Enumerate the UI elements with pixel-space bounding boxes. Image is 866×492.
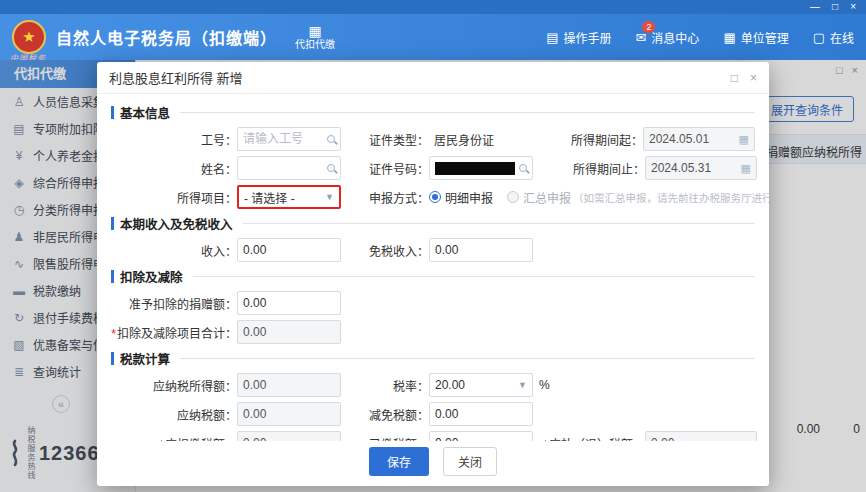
section-divider — [180, 112, 755, 113]
chat-icon: ▢ — [813, 30, 825, 45]
emblem-star-icon: ★ — [22, 28, 35, 46]
building-icon: ▦ — [723, 30, 735, 45]
section-bar — [111, 270, 114, 283]
dialog-close-icon[interactable]: × — [750, 71, 757, 85]
section-deductions: 扣除及减除 — [111, 267, 755, 286]
tax-free-income-label: 免税收入： — [349, 242, 429, 259]
section-bar — [111, 352, 114, 365]
donation-field[interactable] — [243, 296, 335, 310]
job-no-field[interactable] — [243, 132, 323, 146]
chevron-down-icon: ▼ — [325, 192, 334, 202]
section-divider — [243, 223, 755, 224]
tax-amount-label: 应纳税额： — [111, 406, 237, 423]
deduct-total-label: *扣除及减除项目合计： — [111, 324, 237, 341]
detail-declare-label[interactable]: 明细申报 — [445, 189, 493, 206]
search-icon[interactable] — [327, 164, 335, 172]
rate-unit-label: % — [539, 378, 550, 392]
taxable-income-input: 0.00 — [237, 373, 341, 397]
dialog-expand-button[interactable]: □ — [731, 71, 738, 85]
detail-declare-radio[interactable] — [429, 191, 441, 203]
section-title: 基本信息 — [120, 103, 170, 122]
donation-input[interactable] — [237, 291, 341, 315]
section-bar — [111, 217, 114, 230]
modal-overlay: 利息股息红利所得 新增 □ × 基本信息 工号： — [0, 60, 866, 492]
income-item-select[interactable]: - 请选择 - ▼ — [237, 185, 341, 209]
paid-tax-input[interactable] — [429, 431, 533, 441]
name-input[interactable] — [237, 156, 341, 180]
tab-withholding[interactable]: ▦ 代扣代缴 — [295, 23, 335, 52]
message-count-badge: 2 — [642, 21, 655, 33]
taxable-income-label: 应纳税所得额： — [111, 377, 237, 394]
income-field[interactable] — [243, 243, 335, 257]
window-restore-button[interactable]: □ — [832, 2, 838, 12]
taxable-income-value: 0.00 — [243, 378, 266, 392]
briefcase-icon: ▦ — [308, 23, 321, 40]
online-status-button[interactable]: ▢ 在线 — [813, 29, 854, 46]
section-divider — [180, 358, 755, 359]
name-label: 姓名： — [111, 160, 237, 177]
job-no-input[interactable] — [237, 127, 341, 151]
tax-free-income-input[interactable] — [429, 238, 533, 262]
income-input[interactable] — [237, 238, 341, 262]
calendar-icon[interactable]: ▦ — [739, 134, 749, 145]
close-button[interactable]: 关闭 — [443, 447, 497, 476]
cert-type-value: 居民身份证 — [429, 131, 494, 148]
message-center-button[interactable]: ✉ 2 消息中心 — [635, 29, 699, 46]
header-actions: ▤ 操作手册 ✉ 2 消息中心 ▦ 单位管理 ▢ 在线 — [546, 29, 854, 46]
period-start-value: 2024.05.01 — [649, 132, 709, 146]
window-close-button[interactable]: × — [850, 2, 856, 12]
period-start-label: 所得期间起： — [539, 131, 643, 148]
tax-rate-label: 税率： — [349, 377, 429, 394]
deduct-total-value: 0.00 — [243, 325, 266, 339]
app-body: 代扣代缴 ♙ 人员信息采集 ▤ 专项附加扣除信息采集 ¥ 个人养老金扣除信息 ◈… — [0, 60, 866, 492]
tax-rate-value: 20.00 — [435, 378, 465, 392]
app-title: 自然人电子税务局（扣缴端） — [56, 25, 277, 49]
tax-rate-select[interactable]: 20.00 ▼ — [429, 373, 533, 397]
withhold-tax-input: 0.00 — [237, 431, 341, 441]
name-field[interactable] — [243, 161, 323, 175]
manual-button[interactable]: ▤ 操作手册 — [546, 29, 611, 46]
cert-type-label: 证件类型： — [349, 131, 429, 148]
tax-reduction-input[interactable] — [429, 402, 533, 426]
chevron-down-icon: ▼ — [518, 380, 527, 390]
deduct-total-input: 0.00 — [237, 320, 341, 344]
dialog-titlebar: 利息股息红利所得 新增 □ × — [97, 62, 769, 94]
unit-management-button[interactable]: ▦ 单位管理 — [723, 29, 788, 46]
window-minimize-button[interactable]: — — [810, 2, 820, 12]
summary-declare-radio[interactable] — [507, 191, 519, 203]
period-end-input[interactable]: 2024.05.31 ▦ — [645, 156, 757, 180]
search-icon[interactable] — [519, 164, 527, 172]
manual-label: 操作手册 — [563, 29, 611, 46]
dialog-body: 基本信息 工号： 证件类型： 居民身份 — [97, 94, 769, 441]
period-end-value: 2024.05.31 — [651, 161, 711, 175]
summary-declare-hint: （如需汇总申报，请先前往办税服务厅进行开通） — [573, 190, 769, 205]
tax-amount-value: 0.00 — [243, 407, 266, 421]
calendar-icon[interactable]: ▦ — [741, 163, 751, 174]
cert-no-label: 证件号码： — [349, 160, 429, 177]
app-header: ★ 中国税务 自然人电子税务局（扣缴端） ▦ 代扣代缴 ▤ 操作手册 ✉ 2 消… — [0, 14, 866, 60]
section-title: 本期收入及免税收入 — [120, 214, 233, 233]
dialog-interest-dividend-income-new: 利息股息红利所得 新增 □ × 基本信息 工号： — [97, 62, 769, 486]
income-label: 收入： — [111, 242, 237, 259]
required-mark: * — [111, 327, 116, 341]
cert-no-redaction — [435, 162, 515, 175]
search-icon[interactable] — [327, 135, 335, 143]
message-center-label: 消息中心 — [651, 29, 699, 46]
document-icon: ▤ — [546, 30, 558, 45]
unit-management-label: 单位管理 — [741, 29, 789, 46]
declare-mode-label: 申报方式： — [349, 189, 429, 206]
tax-free-income-field[interactable] — [435, 243, 527, 257]
section-title: 扣除及减除 — [120, 267, 183, 286]
income-item-value: - 请选择 - — [244, 189, 295, 206]
refund-tax-input: 0.00 — [645, 431, 757, 441]
cert-no-input[interactable] — [429, 156, 533, 180]
section-bar — [111, 106, 114, 119]
section-basic-info: 基本信息 — [111, 103, 755, 122]
period-start-input[interactable]: 2024.05.01 ▦ — [643, 127, 755, 151]
donation-label: 准予扣除的捐赠额： — [111, 295, 237, 312]
tax-reduction-field[interactable] — [435, 407, 527, 421]
app-window: — □ × ★ 中国税务 自然人电子税务局（扣缴端） ▦ 代扣代缴 ▤ 操作手册… — [0, 0, 866, 492]
save-button[interactable]: 保存 — [369, 447, 429, 476]
national-emblem-logo: ★ — [12, 20, 46, 54]
online-status-label: 在线 — [830, 29, 854, 46]
